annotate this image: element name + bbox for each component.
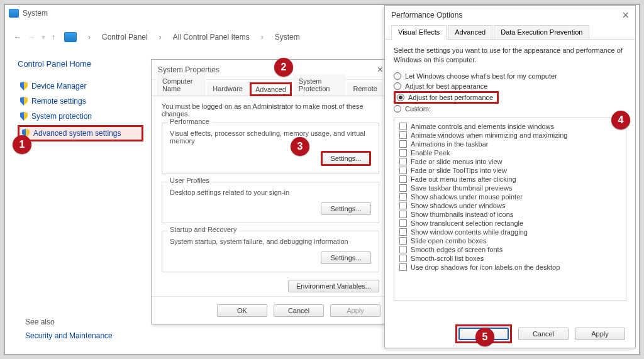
radio-icon [394,105,401,113]
sidebar-item-system-protection[interactable]: System protection [18,110,143,123]
sidebar-item-label: Advanced system settings [33,129,121,138]
system-icon [9,9,19,18]
check-item[interactable]: Show translucent selection rectangle [399,219,621,228]
check-label: Show window contents while dragging [411,228,528,236]
group-desc: System startup, system failure, and debu… [170,238,371,245]
system-properties-dialog: System Properties × Computer Name Hardwa… [151,59,390,324]
check-item[interactable]: Slide open combo boxes [399,236,621,245]
check-label: Slide open combo boxes [411,237,486,245]
dialog-title: System Properties [158,65,219,74]
checkbox-icon [399,263,407,271]
sidebar-item-label: System protection [31,112,92,121]
tab-advanced[interactable]: Advanced [448,25,492,39]
check-label: Save taskbar thumbnail previews [411,184,512,192]
check-item[interactable]: Show window contents while dragging [399,228,621,236]
breadcrumb-root[interactable]: Control Panel [102,33,148,41]
tab-hardware[interactable]: Hardware [207,82,248,96]
checkbox-icon [399,184,407,192]
sidebar: Control Panel Home Device Manager Remote… [18,59,143,144]
close-icon[interactable]: × [377,64,383,75]
breadcrumb-mid[interactable]: All Control Panel Items [173,33,250,41]
sidebar-item-remote-settings[interactable]: Remote settings [18,95,143,108]
check-item[interactable]: Animate windows when minimizing and maxi… [399,131,621,140]
visual-effects-list[interactable]: Animate controls and elements inside win… [394,118,626,301]
radio-best-appearance[interactable]: Adjust for best appearance [394,81,626,91]
performance-options-dialog: Performance Options × Visual Effects Adv… [384,5,636,348]
dialog-title: Performance Options [391,11,462,19]
shield-icon [20,82,28,91]
sidebar-item-label: Device Manager [31,82,86,91]
checkbox-icon [399,158,407,165]
radio-label: Let Windows choose what's best for my co… [405,72,557,80]
cancel-button[interactable]: Cancel [274,304,324,317]
tab-computer-name[interactable]: Computer Name [157,74,206,96]
check-item[interactable]: Fade or slide ToolTips into view [399,166,621,175]
back-icon[interactable]: ← [14,33,21,41]
cancel-button[interactable]: Cancel [518,328,569,340]
checkbox-icon [399,237,407,245]
check-label: Enable Peek [411,149,450,157]
checkbox-icon [399,123,407,130]
tab-dep[interactable]: Data Execution Prevention [494,25,589,39]
control-panel-home[interactable]: Control Panel Home [18,59,143,69]
check-item[interactable]: Show shadows under mouse pointer [399,192,621,201]
check-item[interactable]: Fade or slide menus into view [399,157,621,166]
group-title: User Profiles [167,177,212,184]
check-label: Fade or slide ToolTips into view [411,167,507,174]
check-item[interactable]: Animations in the taskbar [399,140,621,148]
radio-icon [394,72,401,80]
check-label: Fade or slide menus into view [411,158,502,165]
sidebar-item-device-manager[interactable]: Device Manager [18,80,143,92]
ok-button[interactable]: OK [217,304,267,317]
forward-icon[interactable]: → [28,33,35,41]
check-item[interactable]: Smooth-scroll list boxes [399,254,621,263]
check-item[interactable]: Save taskbar thumbnail previews [399,184,621,192]
check-item[interactable]: Enable Peek [399,148,621,157]
apply-button[interactable]: Apply [575,328,625,340]
tab-advanced[interactable]: Advanced [250,82,292,96]
breadcrumb-leaf[interactable]: System [275,33,300,41]
radio-label: Custom: [405,105,431,113]
check-item[interactable]: Fade out menu items after clicking [399,175,621,184]
sidebar-item-advanced-system-settings[interactable]: Advanced system settings [18,125,143,141]
user-profiles-settings-button[interactable]: Settings... [321,202,371,215]
check-item[interactable]: Smooth edges of screen fonts [399,245,621,254]
callout-badge-3: 3 [291,137,309,156]
tab-remote[interactable]: Remote [347,82,383,96]
startup-settings-button[interactable]: Settings... [321,251,371,264]
radio-best-performance[interactable]: Adjust for best performance [394,91,499,104]
radio-custom[interactable]: Custom: [394,104,626,114]
check-item[interactable]: Animate controls and elements inside win… [399,122,621,131]
group-user-profiles: User Profiles Desktop settings related t… [162,182,379,223]
check-item[interactable]: Show shadows under windows [399,201,621,210]
checkbox-icon [399,175,407,183]
see-also-link[interactable]: Security and Maintenance [25,331,113,340]
check-item[interactable]: Show thumbnails instead of icons [399,210,621,219]
apply-button[interactable]: Apply [330,304,380,317]
callout-badge-4: 4 [611,111,630,130]
shield-icon [20,112,28,121]
radio-let-windows-choose[interactable]: Let Windows choose what's best for my co… [394,71,626,81]
performance-settings-button[interactable]: Settings... [321,151,371,166]
radio-label: Adjust for best appearance [405,82,487,90]
tab-system-protection[interactable]: System Protection [293,74,347,96]
callout-badge-5: 5 [475,328,494,346]
callout-badge-1: 1 [13,135,31,154]
environment-variables-button[interactable]: Environment Variables... [288,280,379,292]
group-title: Performance [167,118,212,125]
up-icon[interactable]: ↑ [52,33,55,41]
checkbox-icon [399,219,407,227]
group-title: Startup and Recovery [167,226,239,233]
check-item[interactable]: Use drop shadows for icon labels on the … [399,263,621,272]
see-also-heading: See also [25,318,113,326]
tab-visual-effects[interactable]: Visual Effects [391,25,447,40]
check-label: Show shadows under windows [411,202,505,209]
visual-effects-desc: Select the settings you want to use for … [394,46,626,65]
performance-options-buttons: OK Cancel Apply [385,320,635,348]
close-icon[interactable]: × [622,9,629,22]
checkbox-icon [399,255,407,262]
check-label: Show thumbnails instead of icons [411,211,513,218]
window-title: System [23,9,48,18]
nav-arrows: ← → ▾ ↑ [14,33,55,41]
system-properties-buttons: OK Cancel Apply [152,296,389,324]
